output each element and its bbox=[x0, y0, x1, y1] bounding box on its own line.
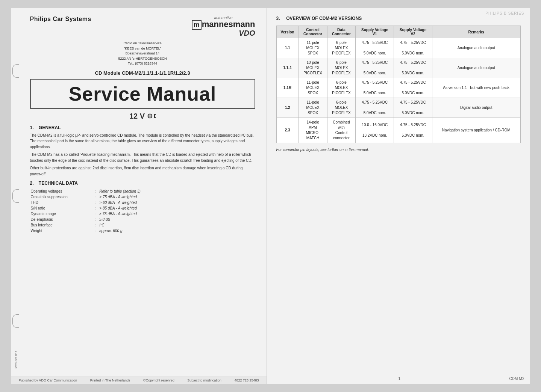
brand-text: mannesmann bbox=[202, 20, 255, 29]
section-general-content: The CDM-M2 is a full-logic µP- and servo… bbox=[30, 133, 255, 177]
m-box-icon: m bbox=[192, 20, 202, 30]
remarks-cell: As version 1.1 - but with new push-back bbox=[432, 78, 520, 98]
section3-heading: OVERVIEW OF CDM-M2 VERSIONS bbox=[286, 16, 362, 21]
data-cell: 6-poleMOLEXPICOFLEX bbox=[327, 38, 356, 58]
tech-label: Crosstalk suppression bbox=[31, 194, 91, 199]
tech-colon: : bbox=[92, 200, 99, 205]
philips-logo: Philips Car Systems bbox=[30, 16, 91, 23]
footer-right: CDM-M2 bbox=[509, 377, 524, 381]
remarks-cell: Digital audio output bbox=[432, 98, 520, 118]
tech-label: De-emphasis bbox=[31, 217, 91, 222]
arc-mark-1 bbox=[12, 64, 19, 78]
product-title: CD Module CDM-M2/1.1/1.1-1/1.1R/1.2/2.3 bbox=[30, 70, 255, 76]
versions-table: Version ControlConnector DataConnector S… bbox=[276, 26, 521, 143]
tech-colon: : bbox=[92, 206, 99, 211]
mannesmann-logo: automotive mmannesmann VDO bbox=[192, 16, 255, 37]
right-panel: PHILIPS B SERIES 3. OVERVIEW OF CDM-M2 V… bbox=[267, 8, 530, 384]
footer-copyright: ©Copyright reserved bbox=[143, 378, 174, 382]
connector-note: For connector pin layouts, see further o… bbox=[276, 148, 521, 152]
tech-label: THD bbox=[31, 200, 91, 205]
v2-cell: 4.75 - 5.25VDC5.0VDC nom. bbox=[394, 98, 432, 118]
dealer-line1: Radio en Televisieservice bbox=[30, 41, 255, 46]
th-remarks: Remarks bbox=[432, 26, 520, 38]
tech-colon: : bbox=[92, 211, 99, 216]
data-cell: CombinedwithControlconnector bbox=[327, 118, 356, 143]
tech-label: Dynamic range bbox=[31, 211, 91, 216]
version-cell: 1.1R bbox=[276, 78, 299, 98]
section1-num: 1. bbox=[30, 125, 34, 130]
section3-title: 3. OVERVIEW OF CDM-M2 VERSIONS bbox=[276, 16, 521, 21]
header-top: Philips Car Systems automotive mmannesma… bbox=[30, 16, 255, 37]
th-data: DataConnector bbox=[327, 26, 356, 38]
dealer-info: Radio en Televisieservice "KEES van de M… bbox=[30, 41, 255, 66]
control-cell: 11-poleMOLEXSPOX bbox=[299, 38, 327, 58]
tech-row: De-emphasis : ≥ 8 dB bbox=[31, 217, 255, 222]
v1-cell: 10.0 - 16.0VDC13.2VDC nom. bbox=[356, 118, 394, 143]
section2-heading: TECHNICAL DATA bbox=[39, 181, 78, 186]
tech-value: > 75 dBA - A-weighted bbox=[99, 194, 254, 199]
dealer-line2: "KEES van de MORTEL" bbox=[30, 46, 255, 51]
tech-row: THD : > 60 dBA - A-weighted bbox=[31, 200, 255, 205]
tech-label: Operating voltages bbox=[31, 189, 91, 194]
battery-block bbox=[154, 114, 156, 118]
brand-name: mmannesmann bbox=[192, 20, 255, 29]
tech-value: Refer to table (section 3) bbox=[99, 189, 254, 194]
general-text2: The CDM-M2 has a so-called 'Pirouette' l… bbox=[30, 152, 255, 163]
section-technical-title: 2. TECHNICAL DATA bbox=[30, 181, 255, 186]
dealer-line4: 5222 AN 's-HERTOGENBOSCH bbox=[30, 56, 255, 62]
dealer-line5: Tel.: (073) 8216344 bbox=[30, 61, 255, 66]
table-row: 1.1R 11-poleMOLEXSPOX 6-poleMOLEXPICOFLE… bbox=[276, 78, 520, 98]
control-cell: 11-poleMOLEXSPOX bbox=[299, 98, 327, 118]
remarks-cell: Analogue audio output bbox=[432, 38, 520, 58]
data-cell: 6-poleMOLEXPICOFLEX bbox=[327, 78, 356, 98]
tech-row: S/N ratio : > 85 dBA - A-weighted bbox=[31, 206, 255, 211]
version-cell: 1.1-1 bbox=[276, 58, 299, 78]
service-manual-title: Service Manual bbox=[30, 79, 255, 109]
tech-value: ≥ 75 dBA - A-weighted bbox=[99, 211, 254, 216]
remarks-cell: Analogue audio output bbox=[432, 58, 520, 78]
tech-colon: : bbox=[92, 189, 99, 194]
th-v2: Supply VoltageV2 bbox=[394, 26, 432, 38]
v1-cell: 4.75 - 5.25VDC5.0VDC nom. bbox=[356, 98, 394, 118]
tech-row: Dynamic range : ≥ 75 dBA - A-weighted bbox=[31, 211, 255, 216]
tech-row: Weight : approx. 600 g bbox=[31, 228, 255, 233]
control-cell: 14-poleAPMMICRO-MATCH bbox=[299, 118, 327, 143]
page-number: 1 bbox=[399, 377, 401, 381]
footer-bar: Published by VDO Car Communication Print… bbox=[11, 377, 267, 384]
footer-printed: Printed in The Netherlands bbox=[90, 378, 130, 382]
tech-data-table: Operating voltages : Refer to table (sec… bbox=[30, 188, 255, 234]
table-header-row: Version ControlConnector DataConnector S… bbox=[276, 26, 520, 38]
version-cell: 2.3 bbox=[276, 118, 299, 143]
section-general-title: 1. GENERAL bbox=[30, 125, 255, 130]
arc-mark-2 bbox=[12, 189, 19, 203]
page-container: Philips Car Systems automotive mmannesma… bbox=[11, 8, 530, 384]
tech-row: Crosstalk suppression : > 75 dBA - A-wei… bbox=[31, 194, 255, 199]
v2-cell: 4.75 - 5.25VDC5.0VDC nom. bbox=[394, 58, 432, 78]
minus-icon: ⊖ bbox=[147, 112, 153, 120]
v1-cell: 4.75 - 5.25VDC5.0VDC nom. bbox=[356, 38, 394, 58]
th-v1: Supply VoltageV1 bbox=[356, 26, 394, 38]
table-row: 1.2 11-poleMOLEXSPOX 6-poleMOLEXPICOFLEX… bbox=[276, 98, 520, 118]
vdo-text: VDO bbox=[192, 29, 255, 37]
tech-colon: : bbox=[92, 217, 99, 222]
tech-value: approx. 600 g bbox=[99, 228, 254, 233]
v2-cell: 4.75 - 5.25VDC5.0VDC nom. bbox=[394, 118, 432, 143]
control-cell: 11-poleMOLEXSPOX bbox=[299, 78, 327, 98]
v2-cell: 4.75 - 5.25VDC5.0VDC nom. bbox=[394, 38, 432, 58]
faint-header: PHILIPS B SERIES bbox=[485, 11, 524, 15]
version-cell: 1.1 bbox=[276, 38, 299, 58]
section2-num: 2. bbox=[30, 181, 34, 186]
tech-value: I²C bbox=[99, 223, 254, 228]
tech-label: Bus interface bbox=[31, 223, 91, 228]
battery-symbol: ⊖ bbox=[147, 112, 156, 120]
section1-heading: GENERAL bbox=[39, 125, 61, 130]
voltage-line: 12 V ⊖ bbox=[30, 112, 255, 121]
version-cell: 1.2 bbox=[276, 98, 299, 118]
control-cell: 10-poleMOLEXPICOFLEX bbox=[299, 58, 327, 78]
dealer-line3: Bosschevijverstraat 14 bbox=[30, 51, 255, 56]
tech-row: Bus interface : I²C bbox=[31, 223, 255, 228]
v1-cell: 4.75 - 5.25VDC5.0VDC nom. bbox=[356, 58, 394, 78]
data-cell: 6-poleMOLEXPICOFLEX bbox=[327, 58, 356, 78]
left-edge-marks bbox=[13, 8, 19, 384]
footer-docnum: 4822 725 25483 bbox=[234, 378, 259, 382]
